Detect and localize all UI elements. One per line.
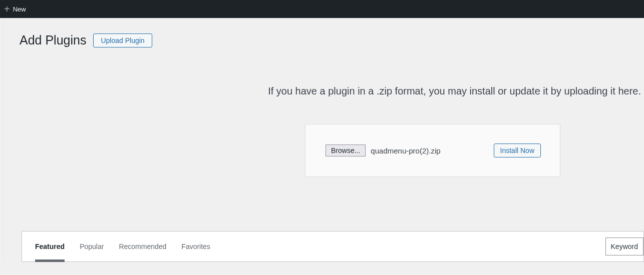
tab-favorites[interactable]: Favorites: [174, 232, 218, 262]
page-header: Add Plugins Upload Plugin: [4, 18, 644, 48]
filter-tabs: Featured Popular Recommended Favorites: [22, 232, 218, 262]
plus-icon: +: [4, 4, 10, 14]
new-label: New: [13, 6, 26, 13]
tab-popular[interactable]: Popular: [72, 232, 111, 262]
upload-instruction: If you have a plugin in a .zip format, y…: [4, 48, 644, 97]
search-type-select[interactable]: Keyword: [605, 238, 643, 256]
upload-plugin-button[interactable]: Upload Plugin: [93, 34, 152, 48]
tab-recommended[interactable]: Recommended: [111, 232, 174, 262]
file-input-group: Browse... quadmenu-pro(2).zip: [326, 144, 441, 156]
selected-filename: quadmenu-pro(2).zip: [371, 146, 440, 155]
new-menu-item[interactable]: + New: [4, 4, 26, 14]
content-area: Add Plugins Upload Plugin If you have a …: [3, 18, 644, 262]
tab-featured[interactable]: Featured: [22, 232, 72, 262]
admin-bar: + New: [0, 0, 644, 18]
upload-form-panel: Browse... quadmenu-pro(2).zip Install No…: [305, 124, 560, 177]
page-title: Add Plugins: [20, 33, 86, 48]
browse-button[interactable]: Browse...: [326, 144, 366, 156]
install-now-button[interactable]: Install Now: [494, 144, 541, 158]
filter-bar: Featured Popular Recommended Favorites K…: [22, 231, 644, 262]
